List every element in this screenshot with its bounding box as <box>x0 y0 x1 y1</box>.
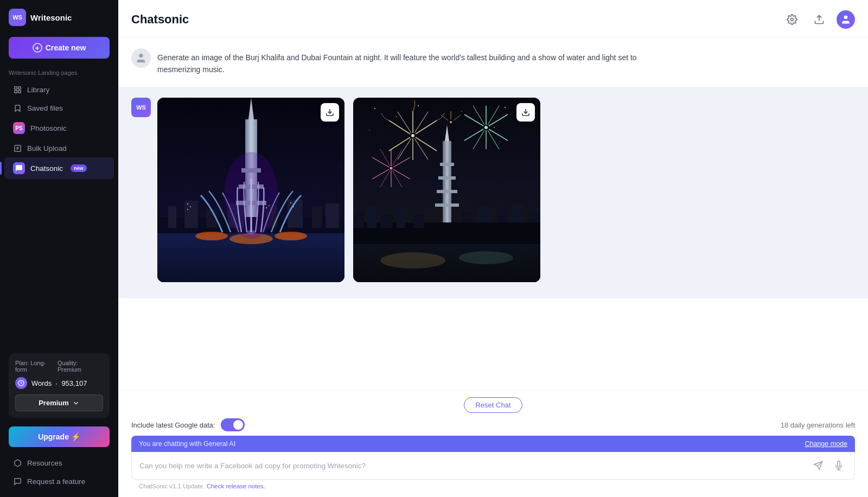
user-icon <box>840 14 851 25</box>
reset-chat-row: Reset Chat <box>131 397 855 413</box>
top-bar: Chatsonic <box>118 0 868 37</box>
svg-rect-95 <box>435 203 459 207</box>
sidebar-bottom: Resources Request a feature <box>0 451 118 497</box>
daily-gen-text: 18 daily generations left <box>781 421 855 429</box>
mic-button[interactable] <box>831 457 847 474</box>
new-badge: new <box>71 164 87 172</box>
settings-button[interactable] <box>782 10 802 29</box>
fountain-image <box>157 98 344 282</box>
mode-bar-text: You are chatting with General AI <box>139 440 235 448</box>
user-message-text: Generate an image of the Burj Khalifa an… <box>157 48 646 76</box>
bookmark-icon <box>13 104 22 112</box>
sidebar-item-bulk-upload[interactable]: Bulk Upload <box>4 139 114 157</box>
top-bar-actions <box>782 10 855 29</box>
upload-icon <box>13 144 22 152</box>
writesonic-logo-icon: WS <box>9 9 26 26</box>
svg-rect-97 <box>478 206 492 222</box>
image-card-2 <box>353 98 540 282</box>
svg-rect-2 <box>14 90 16 92</box>
chat-input-wrapper: You are chatting with General AI Change … <box>131 436 855 497</box>
photosonic-icon: PS <box>13 122 25 134</box>
sidebar-item-chatsonic[interactable]: Chatsonic new <box>4 157 114 179</box>
upgrade-button[interactable]: Upgrade ⚡ <box>9 426 110 447</box>
words-count: Words · 953,107 <box>31 379 87 387</box>
svg-point-50 <box>494 127 495 128</box>
words-row: Words · 953,107 <box>15 377 103 389</box>
fireworks-image <box>353 98 540 282</box>
grid-icon <box>13 85 22 94</box>
google-data-toggle[interactable] <box>221 418 245 431</box>
svg-rect-21 <box>312 206 322 228</box>
input-row <box>131 452 855 480</box>
plan-box: Plan: Long-form Quality: Premium Words ·… <box>9 353 110 418</box>
page-title: Chatsonic <box>131 12 189 27</box>
main-content: Chatsonic <box>118 0 868 497</box>
svg-point-33 <box>224 152 278 239</box>
svg-rect-99 <box>510 205 522 222</box>
download-icon-2 <box>521 108 530 117</box>
download-icon <box>326 108 334 117</box>
create-new-button[interactable]: + Create new <box>9 37 110 59</box>
google-data-label: Include latest Google data: <box>131 421 215 429</box>
svg-point-73 <box>390 167 393 169</box>
change-mode-button[interactable]: Change mode <box>805 440 847 448</box>
svg-rect-1 <box>18 86 20 88</box>
svg-rect-98 <box>497 209 507 222</box>
svg-point-43 <box>374 108 375 109</box>
sidebar-item-resources[interactable]: Resources <box>4 454 114 472</box>
images-grid <box>157 98 540 282</box>
gear-icon <box>787 14 797 25</box>
svg-rect-86 <box>367 206 376 228</box>
sidebar-section-label: Writesonic Landing pages <box>0 67 118 80</box>
svg-point-30 <box>195 232 228 240</box>
svg-point-49 <box>369 130 369 130</box>
download-button-1[interactable] <box>321 103 339 122</box>
sidebar-item-photosonic[interactable]: PS Photosonic <box>4 117 114 139</box>
svg-point-62 <box>484 126 488 129</box>
svg-point-46 <box>461 111 462 112</box>
svg-point-45 <box>418 105 419 106</box>
svg-point-51 <box>411 134 414 137</box>
google-data-row: Include latest Google data: 18 daily gen… <box>131 418 855 431</box>
box-icon <box>13 458 22 467</box>
chat-area[interactable]: Generate an image of the Burj Khalifa an… <box>118 37 868 390</box>
ai-response-inner: WS <box>131 98 855 282</box>
sidebar-item-saved-files[interactable]: Saved files <box>4 99 114 117</box>
svg-rect-15 <box>168 206 176 228</box>
svg-rect-0 <box>14 86 16 88</box>
avatar[interactable] <box>837 10 855 29</box>
sidebar-item-request-feature[interactable]: Request a feature <box>4 472 114 490</box>
user-avatar <box>131 48 151 68</box>
ai-response-row: WS <box>118 87 868 298</box>
mode-bar: You are chatting with General AI Change … <box>131 436 855 452</box>
app-name: Writesonic <box>30 13 72 22</box>
svg-rect-96 <box>462 212 473 222</box>
svg-rect-85 <box>353 212 364 228</box>
send-button[interactable] <box>810 457 826 474</box>
download-button-2[interactable] <box>516 103 535 122</box>
mic-icon <box>834 461 844 470</box>
svg-rect-93 <box>438 176 456 180</box>
svg-rect-36 <box>187 209 188 210</box>
upload-button[interactable] <box>809 10 829 29</box>
svg-rect-88 <box>397 209 405 228</box>
svg-rect-90 <box>443 141 451 222</box>
svg-point-12 <box>139 54 143 58</box>
release-notes-link[interactable]: Check release notes. <box>207 483 265 489</box>
release-notes-bar: ChatSonic v1.1 Update. Check release not… <box>131 480 855 493</box>
premium-button[interactable]: Premium <box>15 394 103 411</box>
svg-rect-89 <box>413 214 424 228</box>
plus-circle-icon: + <box>33 43 42 53</box>
message-icon <box>13 477 22 486</box>
svg-rect-92 <box>440 163 454 166</box>
svg-rect-39 <box>290 202 291 203</box>
chat-input[interactable] <box>139 462 806 470</box>
reset-chat-button[interactable]: Reset Chat <box>464 397 522 413</box>
user-message-row: Generate an image of the Burj Khalifa an… <box>118 37 868 87</box>
user-avatar-icon <box>135 52 147 64</box>
sidebar-item-library[interactable]: Library <box>4 80 114 99</box>
svg-rect-34 <box>187 203 188 205</box>
upload-icon <box>814 14 825 25</box>
svg-rect-37 <box>266 207 267 208</box>
svg-rect-38 <box>269 205 270 206</box>
